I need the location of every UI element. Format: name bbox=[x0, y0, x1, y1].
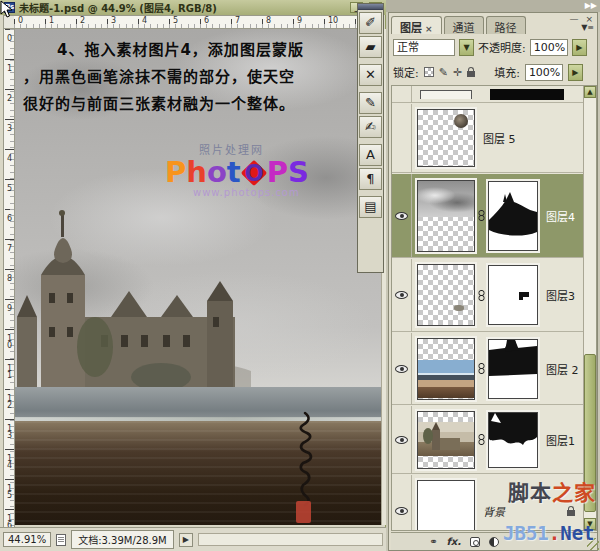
h-ruler-number: 8 bbox=[266, 16, 271, 25]
type-tool-button[interactable]: A bbox=[359, 144, 382, 166]
layer3-thumbnail[interactable] bbox=[417, 264, 475, 326]
layer-name[interactable]: 图层4 bbox=[546, 208, 575, 224]
paragraph-tool-button[interactable]: ¶ bbox=[359, 168, 382, 190]
adjustment-layer-icon[interactable] bbox=[489, 537, 499, 547]
tutorial-text-line3: 很好的与前面三张素材融为一个整体。 bbox=[23, 91, 375, 118]
layers-scrollbar[interactable]: ▲ ▼ bbox=[583, 86, 596, 530]
add-mask-icon[interactable] bbox=[470, 537, 480, 547]
zoom-level[interactable]: 44.91% bbox=[3, 532, 51, 547]
notes-tool-button[interactable]: ▤ bbox=[359, 196, 382, 218]
mouse-cursor bbox=[0, 0, 14, 18]
layer2-thumbnail[interactable] bbox=[417, 338, 475, 400]
v-ruler-number: 8 bbox=[5, 274, 14, 281]
visibility-toggle[interactable] bbox=[392, 104, 412, 172]
document-canvas[interactable]: 4、拖入素材图片4，添加图层蒙版 ，用黑色画笔涂抹不需的部分，使天空 很好的与前… bbox=[15, 29, 381, 525]
clone-stamp-tool-button[interactable]: ✍ bbox=[359, 116, 382, 138]
layer2-content bbox=[418, 360, 474, 398]
v-ruler-number: 7 bbox=[5, 244, 14, 251]
brush-tool-button[interactable]: ✎ bbox=[359, 92, 382, 114]
logo-diamond-o: O bbox=[240, 160, 266, 186]
layer-name[interactable]: 背景 bbox=[483, 503, 505, 519]
layer3-mask-thumbnail[interactable] bbox=[488, 265, 538, 325]
toolbox-palette: ✐▰✕✎✍A¶▤ bbox=[357, 3, 384, 273]
palette-menu-button[interactable]: ▼≡ bbox=[581, 23, 594, 32]
layer4-thumbnail[interactable] bbox=[417, 180, 475, 252]
fill-input[interactable]: 100% bbox=[525, 64, 563, 81]
visibility-toggle[interactable] bbox=[392, 333, 412, 404]
v-ruler-number: 3 bbox=[5, 124, 14, 131]
opacity-slider-icon[interactable]: ▶ bbox=[572, 39, 587, 56]
scroll-up-icon[interactable]: ▲ bbox=[584, 86, 596, 98]
clipped-thumbnail bbox=[420, 90, 472, 99]
mask-link-icon[interactable] bbox=[475, 286, 488, 305]
visibility-toggle[interactable] bbox=[392, 259, 412, 331]
status-flyout-button[interactable]: ▶ bbox=[179, 533, 193, 547]
v-ruler-number: 15 bbox=[5, 484, 14, 498]
blend-mode-select[interactable]: 正常 bbox=[393, 39, 455, 56]
layer-name[interactable]: 图层1 bbox=[546, 432, 575, 448]
layer5-thumbnail[interactable] bbox=[417, 109, 475, 167]
layers-list: 图层 5 图层4 bbox=[391, 85, 597, 531]
h-ruler-number: 7 bbox=[235, 16, 240, 25]
lock-pixels-icon[interactable]: ✎ bbox=[439, 66, 448, 79]
background-thumbnail[interactable] bbox=[417, 480, 475, 532]
layer-style-icon[interactable]: fx. bbox=[446, 536, 461, 547]
document-window: Ps 未标题-1.psd @ 44.9% (图层4, RGB/8) _ □ 01… bbox=[0, 0, 386, 551]
eye-icon bbox=[395, 212, 408, 220]
tab-channels[interactable]: 通道 bbox=[444, 16, 484, 34]
layer-name[interactable]: 图层3 bbox=[546, 287, 575, 303]
mask-link-icon[interactable] bbox=[475, 206, 488, 225]
layer-row-5[interactable]: 图层 5 bbox=[392, 104, 585, 173]
mask-link-icon[interactable] bbox=[475, 359, 488, 378]
layer-row-4[interactable]: 图层4 bbox=[392, 174, 585, 258]
watermark-net: Net bbox=[560, 522, 594, 544]
watermark-site-name: 脚本之家 bbox=[508, 476, 596, 506]
lock-transparency-icon[interactable] bbox=[424, 67, 434, 77]
layer-row-clipped[interactable] bbox=[392, 86, 585, 103]
tab-paths[interactable]: 路径 bbox=[486, 16, 526, 34]
h-ruler-number: 3 bbox=[111, 16, 116, 25]
eraser-tool-button[interactable]: ▰ bbox=[359, 36, 382, 58]
palette-tabs: 图层× 通道 路径 bbox=[391, 16, 526, 34]
document-size-info: 文档:3.39M/28.9M bbox=[71, 530, 174, 549]
horizontal-ruler[interactable]: 012345678910 bbox=[14, 15, 382, 29]
layer4-mask-thumbnail[interactable] bbox=[488, 181, 538, 251]
mask-link-icon[interactable] bbox=[475, 430, 488, 449]
fill-label: 填充: bbox=[494, 64, 520, 80]
visibility-toggle[interactable] bbox=[392, 174, 412, 257]
document-titlebar[interactable]: Ps 未标题-1.psd @ 44.9% (图层4, RGB/8) _ □ bbox=[0, 0, 386, 15]
history-brush-tool-button[interactable]: ✐ bbox=[359, 12, 382, 34]
lock-row: 锁定: ✎ ✛ 填充: 100% ▶ bbox=[393, 61, 595, 83]
layer-name[interactable]: 图层 5 bbox=[483, 130, 516, 146]
lock-position-icon[interactable]: ✛ bbox=[453, 66, 462, 79]
blend-mode-dropdown-icon[interactable]: ▼ bbox=[459, 39, 474, 56]
fill-slider-icon[interactable]: ▶ bbox=[568, 64, 583, 81]
layer-row-3[interactable]: 图层3 bbox=[392, 259, 585, 332]
toolbox-grip[interactable] bbox=[358, 4, 383, 10]
layer-row-2[interactable]: 图层 2 bbox=[392, 333, 585, 405]
palette-minimize-button[interactable]: — bbox=[570, 14, 581, 24]
layer-row-1[interactable]: 图层1 bbox=[392, 406, 585, 474]
vertical-ruler[interactable]: 012345678910111213141516 bbox=[3, 28, 15, 528]
tab-close-icon[interactable]: × bbox=[425, 24, 433, 34]
layer1-thumbnail[interactable] bbox=[417, 411, 475, 469]
dock-collapse-button[interactable]: ▶▶ bbox=[386, 0, 600, 12]
opacity-input[interactable]: 100% bbox=[530, 39, 568, 56]
v-ruler-number: 5 bbox=[5, 184, 14, 191]
document-horizontal-scrollbar[interactable] bbox=[198, 533, 383, 546]
link-layers-icon[interactable]: ⚭ bbox=[429, 536, 437, 547]
layer2-mask-thumbnail[interactable] bbox=[488, 339, 538, 399]
photops-logo: 照片处理网 PhotOPS www.photops.com bbox=[165, 141, 375, 198]
h-ruler-number: 4 bbox=[142, 16, 147, 25]
layer1-mask-thumbnail[interactable] bbox=[488, 412, 538, 468]
eye-icon bbox=[395, 507, 408, 515]
visibility-toggle[interactable] bbox=[392, 475, 412, 531]
tutorial-text: 4、拖入素材图片4，添加图层蒙版 ，用黑色画笔涂抹不需的部分，使天空 很好的与前… bbox=[23, 37, 375, 118]
tab-layers-label: 图层 bbox=[400, 22, 422, 35]
visibility-toggle[interactable] bbox=[392, 406, 412, 473]
logo-letter: t bbox=[227, 157, 241, 187]
tab-layers[interactable]: 图层× bbox=[391, 16, 442, 34]
layer-name[interactable]: 图层 2 bbox=[546, 361, 579, 377]
lock-all-icon[interactable] bbox=[467, 71, 475, 77]
slice-tool-button[interactable]: ✕ bbox=[359, 64, 382, 86]
